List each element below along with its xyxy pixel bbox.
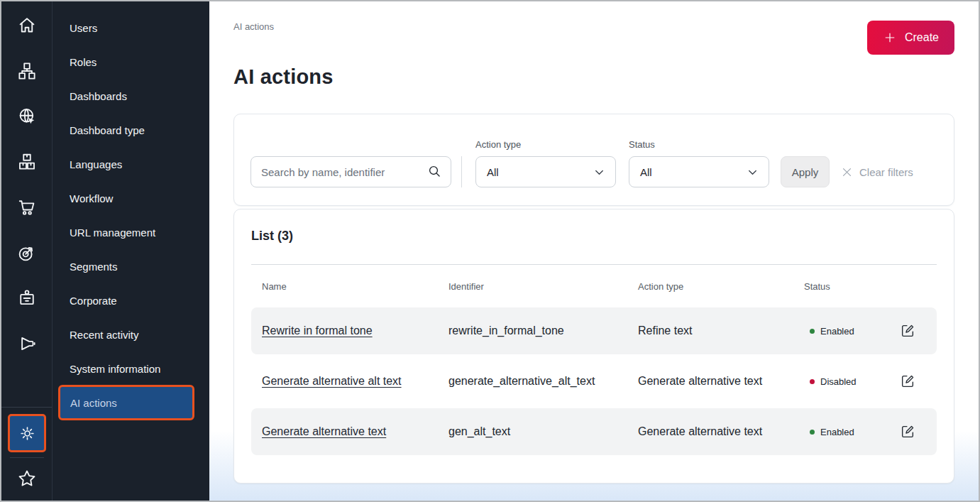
gear-icon <box>18 424 37 443</box>
row-name-link[interactable]: Rewrite in formal tone <box>262 324 373 337</box>
nav-goals[interactable] <box>1 230 52 275</box>
rail-divider-top <box>1 407 52 408</box>
row-action-type: Refine text <box>638 324 804 337</box>
filter-divider <box>461 156 462 187</box>
sidebar-item-label: URL management <box>70 227 155 239</box>
sidebar-item-label: Users <box>70 22 97 34</box>
row-identifier: generate_alternative_alt_text <box>448 375 638 388</box>
column-header-action-type: Action type <box>638 281 804 292</box>
icon-rail <box>1 1 53 501</box>
sidebar-item-dashboards[interactable]: Dashboards <box>53 79 209 113</box>
edit-icon <box>900 424 915 440</box>
filter-card: Action type All Status All Apply Clear f… <box>233 114 954 206</box>
sidebar-item-corporate[interactable]: Corporate <box>53 283 209 317</box>
megaphone-icon <box>16 333 38 354</box>
breadcrumb[interactable]: AI actions <box>233 1 954 32</box>
star-icon <box>16 468 38 489</box>
sidebar-item-dashboard-type[interactable]: Dashboard type <box>53 113 209 147</box>
chevron-down-icon <box>746 165 759 179</box>
list-title: List (3) <box>251 229 937 244</box>
table-row: Rewrite in formal tone rewrite_in_formal… <box>251 307 937 354</box>
sidebar-item-label: Dashboard type <box>70 124 145 136</box>
sidebar-item-languages[interactable]: Languages <box>53 147 209 181</box>
edit-button[interactable] <box>900 323 915 339</box>
status-select[interactable]: All <box>629 156 769 187</box>
sidebar-item-workflow[interactable]: Workflow <box>53 181 209 215</box>
sidebar-item-label: Segments <box>70 261 118 273</box>
nav-structure[interactable] <box>1 48 52 94</box>
sidebar-item-roles[interactable]: Roles <box>53 45 209 79</box>
main-content: AI actions Create AI actions Action type… <box>209 1 979 501</box>
action-type-label: Action type <box>475 139 616 150</box>
action-type-select[interactable]: All <box>475 156 616 187</box>
clear-filters-label: Clear filters <box>859 166 913 178</box>
sidebar-item-label: Languages <box>70 158 122 170</box>
status-dot <box>810 430 815 435</box>
edit-button[interactable] <box>900 424 915 440</box>
page-title: AI actions <box>233 65 954 89</box>
sidebar-item-system-information[interactable]: System information <box>53 351 209 386</box>
list-card: List (3) Name Identifier Action type Sta… <box>233 209 954 484</box>
status-dot <box>810 329 815 334</box>
sidebar-item-ai-actions-active[interactable]: AI actions <box>58 385 194 420</box>
sidebar-item-label: System information <box>70 363 160 375</box>
row-name-link[interactable]: Generate alternative text <box>262 425 386 437</box>
edit-icon <box>900 323 915 339</box>
status-field: Status All <box>629 139 769 187</box>
sitemap-icon <box>16 60 38 82</box>
nav-commerce[interactable] <box>1 185 52 230</box>
nav-web[interactable] <box>1 94 52 139</box>
create-button[interactable]: Create <box>867 21 954 55</box>
plus-icon <box>883 31 897 45</box>
cart-icon <box>16 197 38 218</box>
home-icon <box>16 15 38 36</box>
sidebar-item-label: AI actions <box>70 397 117 409</box>
status-text: Disabled <box>820 376 857 387</box>
status-dot <box>810 379 815 384</box>
clear-filters-button[interactable]: Clear filters <box>841 156 913 187</box>
row-action-type: Generate alternative text <box>638 375 804 388</box>
packages-icon <box>16 151 38 173</box>
search-icon[interactable] <box>427 164 442 179</box>
nav-favorites[interactable] <box>1 462 52 496</box>
row-name-link[interactable]: Generate alternative alt text <box>262 375 402 387</box>
edit-icon <box>900 373 915 389</box>
column-header-status: Status <box>804 281 890 292</box>
sidebar-item-label: Corporate <box>70 295 117 307</box>
row-action-type: Generate alternative text <box>638 425 804 438</box>
apply-button[interactable]: Apply <box>781 156 830 187</box>
goals-target-icon <box>16 242 38 263</box>
table-row: Generate alternative alt text generate_a… <box>251 358 937 405</box>
id-badge-icon <box>16 288 38 309</box>
nav-settings-active[interactable] <box>8 414 46 452</box>
nav-home[interactable] <box>1 3 52 48</box>
row-identifier: rewrite_in_formal_tone <box>448 324 638 337</box>
sidebar-item-label: Roles <box>70 56 97 68</box>
chevron-down-icon <box>593 165 606 179</box>
sidebar-item-label: Workflow <box>70 192 113 204</box>
edit-button[interactable] <box>900 373 915 389</box>
status-badge: Disabled <box>804 376 890 387</box>
status-text: Enabled <box>820 427 854 437</box>
sidebar-item-recent-activity[interactable]: Recent activity <box>53 317 209 351</box>
nav-profiles[interactable] <box>1 275 52 321</box>
sidebar-item-segments[interactable]: Segments <box>53 249 209 283</box>
rail-divider-bottom <box>10 457 44 458</box>
status-text: Enabled <box>820 326 854 337</box>
close-icon <box>841 166 853 178</box>
column-header-name: Name <box>251 281 448 292</box>
nav-announcements[interactable] <box>1 321 52 366</box>
create-button-label: Create <box>905 31 939 44</box>
status-badge: Enabled <box>804 326 890 337</box>
table-row: Generate alternative text gen_alt_text G… <box>251 408 937 455</box>
globe-pointer-icon <box>16 106 38 127</box>
sidebar-item-users[interactable]: Users <box>53 11 209 45</box>
search-input[interactable] <box>250 156 451 187</box>
sidebar-item-label: Recent activity <box>70 329 139 341</box>
sidebar-item-label: Dashboards <box>70 90 127 102</box>
sidebar-item-url-management[interactable]: URL management <box>53 215 209 249</box>
nav-products[interactable] <box>1 139 52 185</box>
action-type-field: Action type All <box>475 139 616 187</box>
column-header-identifier: Identifier <box>448 281 638 292</box>
status-value: All <box>640 166 652 178</box>
